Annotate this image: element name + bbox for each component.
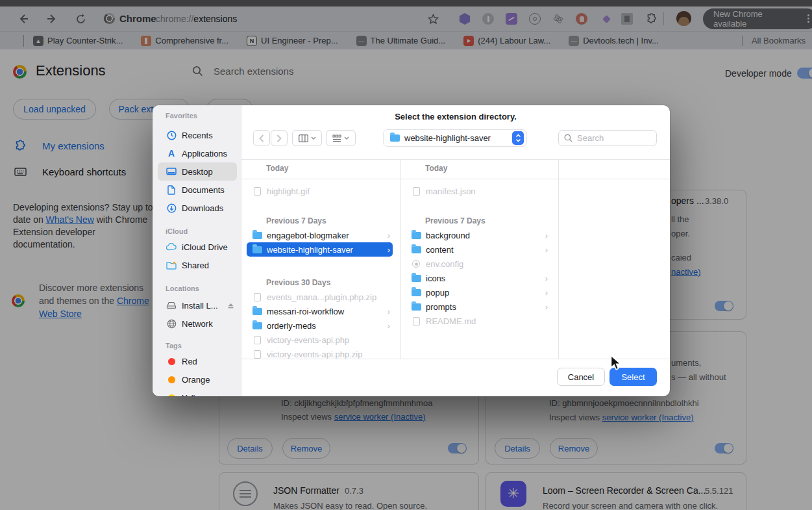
folder-icon — [411, 275, 421, 282]
yellow-tag-icon — [166, 394, 177, 397]
dropdown-stepper-icon — [512, 131, 524, 145]
eject-icon[interactable] — [227, 302, 234, 309]
sidebar-item-documents[interactable]: Documents — [158, 181, 237, 199]
sidebar-item-recents[interactable]: Recents — [158, 126, 237, 144]
file-picker-dialog: Favorites Recents A Applications Desktop… — [153, 105, 670, 396]
file-name: icons — [426, 274, 445, 283]
sidebar-item-tag-yellow[interactable]: Yellow — [158, 389, 237, 396]
document-icon — [166, 185, 177, 195]
sidebar-item-applications[interactable]: A Applications — [158, 144, 237, 162]
search-icon — [564, 134, 572, 142]
sidebar-item-shared[interactable]: Shared — [158, 256, 237, 274]
file-row[interactable]: README.md — [406, 314, 550, 328]
file-row[interactable]: events_mana...plugin.php.zip — [247, 290, 393, 304]
desktop-icon — [166, 167, 177, 176]
globe-icon — [166, 319, 177, 329]
red-tag-icon — [166, 358, 177, 365]
disk-icon — [166, 301, 177, 309]
file-name: website-highlight-saver — [267, 245, 353, 255]
sidebar-item-tag-orange[interactable]: Orange — [158, 370, 237, 389]
column-view-button[interactable] — [292, 130, 322, 146]
file-row[interactable]: prompts› — [406, 300, 550, 314]
file-name: victory-events-api.php.zip — [267, 350, 362, 359]
file-row[interactable]: orderly-meds› — [247, 318, 393, 333]
file-row[interactable]: messari-roi-workflow› — [247, 304, 393, 318]
sidebar-item-label: iCloud Drive — [182, 242, 228, 252]
sidebar-item-label: Shared — [182, 261, 209, 270]
back-button[interactable] — [253, 130, 270, 146]
folder-icon — [252, 308, 262, 315]
sidebar-item-icloud-drive[interactable]: iCloud Drive — [158, 238, 237, 256]
finder-search[interactable] — [558, 130, 657, 146]
folder-icon — [252, 322, 262, 329]
file-row[interactable]: engagebot-blogmaker› — [247, 228, 393, 242]
select-button[interactable]: Select — [609, 368, 657, 386]
sidebar-item-network[interactable]: Network — [158, 314, 237, 333]
file-name: manifest.json — [426, 186, 476, 196]
folder-icon — [252, 232, 262, 239]
current-folder-dropdown[interactable]: website-highlight-saver — [383, 129, 527, 147]
file-name: engagebot-blogmaker — [267, 231, 349, 240]
file-row[interactable]: victory-events-api.php.zip — [247, 347, 393, 359]
divider — [241, 159, 670, 160]
file-row[interactable]: manifest.json — [406, 184, 550, 198]
json-file-icon — [411, 187, 421, 196]
chevron-right-icon: › — [545, 274, 548, 283]
file-row[interactable]: icons› — [406, 271, 550, 285]
chevron-right-icon: › — [545, 245, 548, 255]
file-name: prompts — [426, 302, 456, 312]
forward-button[interactable] — [271, 130, 288, 146]
sidebar-section-label: Tags — [166, 342, 182, 350]
dialog-title: Select the extension directory. — [241, 112, 670, 121]
column1-section-header: Today — [266, 164, 288, 173]
sidebar-item-install-location[interactable]: Install L... — [158, 296, 237, 314]
finder-sidebar: Favorites Recents A Applications Desktop… — [153, 105, 241, 396]
file-row[interactable]: background› — [406, 228, 550, 242]
folder-icon — [390, 134, 400, 142]
screen: Chrome chrome://extensions New Chrome av… — [0, 0, 812, 510]
sidebar-item-label: Documents — [182, 185, 225, 195]
finder-search-input[interactable] — [576, 133, 647, 144]
folder-icon — [252, 246, 262, 253]
chevron-right-icon: › — [388, 307, 390, 316]
chevron-down-icon — [344, 136, 349, 140]
folder-icon — [411, 303, 421, 311]
sidebar-item-label: Applications — [182, 149, 227, 159]
sidebar-item-label: Desktop — [182, 167, 213, 177]
file-section-header: Previous 7 Days — [241, 214, 400, 228]
chevron-right-icon: › — [388, 231, 390, 240]
clock-icon — [166, 131, 177, 140]
chevron-right-icon: › — [388, 321, 390, 331]
folder-icon — [411, 246, 421, 253]
file-name: popup — [426, 288, 449, 298]
file-section-header: Previous 7 Days — [400, 214, 558, 228]
shared-folder-icon — [166, 261, 177, 270]
file-row-selected[interactable]: website-highlight-saver› — [247, 242, 393, 257]
sidebar-section-label: Locations — [166, 285, 199, 292]
sidebar-item-label: Red — [182, 357, 197, 366]
file-name: background — [426, 231, 470, 240]
chevron-right-icon: › — [388, 245, 390, 255]
file-name: events_mana...plugin.php.zip — [267, 292, 376, 302]
group-view-button[interactable] — [326, 130, 356, 146]
column2-section-header: Today — [425, 164, 447, 173]
sidebar-item-desktop[interactable]: Desktop — [158, 162, 237, 181]
sidebar-item-tag-red[interactable]: Red — [158, 352, 237, 370]
file-columns: highlight.gif Previous 7 Days engagebot-… — [241, 179, 558, 359]
cancel-button[interactable]: Cancel — [557, 368, 605, 386]
applications-icon: A — [166, 148, 177, 159]
sidebar-item-label: Network — [182, 319, 213, 329]
file-row[interactable]: popup› — [406, 285, 550, 300]
config-file-icon — [411, 260, 421, 268]
file-row[interactable]: highlight.gif — [247, 184, 393, 198]
file-row[interactable]: env.config — [406, 257, 550, 271]
sidebar-item-label: Downloads — [182, 203, 223, 213]
orange-tag-icon — [166, 376, 177, 383]
sidebar-item-downloads[interactable]: Downloads — [158, 199, 237, 217]
file-name: messari-roi-workflow — [267, 307, 344, 316]
file-row[interactable]: victory-events-api.php — [247, 333, 393, 347]
divider — [241, 359, 670, 359]
zip-file-icon — [252, 293, 262, 301]
php-file-icon — [252, 336, 262, 344]
file-row[interactable]: content› — [406, 242, 550, 257]
